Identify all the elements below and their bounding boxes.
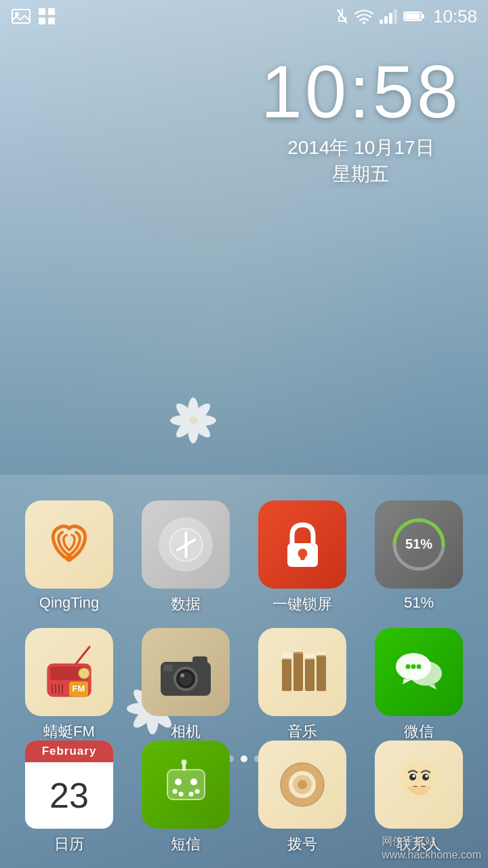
status-bar-left xyxy=(11,7,56,25)
app-grid: QingTing 数据 xyxy=(0,500,488,773)
svg-rect-11 xyxy=(394,9,397,24)
app-calendar[interactable]: February 23 日历 xyxy=(17,741,122,854)
svg-rect-58 xyxy=(282,658,291,691)
svg-rect-61 xyxy=(317,655,326,691)
svg-text:51%: 51% xyxy=(405,536,432,551)
clock-time: 10:58 xyxy=(261,54,461,129)
calendar-day: 23 xyxy=(49,762,89,829)
app-dialer[interactable]: 拨号 xyxy=(250,741,355,854)
app-row-1: QingTing 数据 xyxy=(11,500,477,614)
svg-point-75 xyxy=(172,789,177,794)
app-battery[interactable]: 51% 51% xyxy=(367,500,472,614)
svg-point-90 xyxy=(425,774,428,777)
gallery-icon xyxy=(11,8,31,24)
svg-rect-60 xyxy=(305,658,314,691)
app-music[interactable]: 音乐 xyxy=(250,628,355,742)
svg-rect-4 xyxy=(39,18,45,24)
svg-rect-59 xyxy=(293,652,303,691)
svg-rect-37 xyxy=(300,553,305,560)
grid-icon xyxy=(38,7,56,25)
signal-bars-icon xyxy=(379,9,398,24)
sms-label: 短信 xyxy=(171,834,201,854)
svg-rect-8 xyxy=(380,20,383,24)
status-bar-right: 10:58 xyxy=(336,6,477,27)
wifi-icon xyxy=(354,9,373,24)
app-dragonflyfm[interactable]: FM 蜻蜓FM xyxy=(17,628,122,742)
svg-rect-62 xyxy=(282,652,291,660)
svg-point-88 xyxy=(422,774,429,781)
svg-point-73 xyxy=(175,778,182,785)
app-lockscreen[interactable]: 一键锁屏 xyxy=(250,500,355,614)
svg-point-77 xyxy=(188,792,193,797)
wechat-label: 微信 xyxy=(404,722,434,742)
svg-point-33 xyxy=(66,555,73,561)
svg-rect-64 xyxy=(305,653,314,660)
app-data[interactable]: 数据 xyxy=(134,500,239,614)
app-row-2: FM 蜻蜓FM xyxy=(11,628,477,742)
svg-point-70 xyxy=(416,664,421,669)
camera-label: 相机 xyxy=(171,722,201,742)
svg-rect-14 xyxy=(405,14,420,20)
svg-point-7 xyxy=(363,22,365,24)
music-label: 音乐 xyxy=(287,722,317,742)
wechat-icon xyxy=(375,628,463,716)
svg-point-84 xyxy=(298,780,307,789)
svg-point-74 xyxy=(190,778,197,785)
svg-point-78 xyxy=(195,789,199,794)
watermark: 网侠手机站 www.hackhome.com xyxy=(382,835,481,861)
mute-icon xyxy=(336,7,349,25)
svg-rect-3 xyxy=(48,8,55,15)
music-icon xyxy=(258,628,346,716)
app-camera[interactable]: 相机 xyxy=(134,628,239,742)
status-bar: 10:58 xyxy=(0,0,488,33)
lockscreen-icon xyxy=(258,500,346,589)
svg-point-68 xyxy=(405,664,410,669)
svg-rect-71 xyxy=(167,770,205,800)
fm-label: 蜻蜓FM xyxy=(43,722,95,742)
svg-rect-52 xyxy=(192,656,207,666)
data-icon xyxy=(142,500,230,589)
battery-app-icon: 51% xyxy=(375,500,463,589)
svg-point-69 xyxy=(411,664,415,669)
svg-point-80 xyxy=(181,760,186,765)
dialer-icon xyxy=(258,741,346,829)
clock-date: 2014年 10月17日 星期五 xyxy=(261,134,461,187)
qingting-label: QingTing xyxy=(39,594,99,612)
app-wechat[interactable]: 微信 xyxy=(367,628,472,742)
camera-icon xyxy=(142,628,230,716)
sms-icon xyxy=(142,741,230,829)
fm-icon: FM xyxy=(25,628,113,716)
contacts-icon xyxy=(375,741,463,829)
qingting-icon xyxy=(25,500,113,589)
svg-point-56 xyxy=(180,673,184,677)
dialer-label: 拨号 xyxy=(287,834,317,854)
app-sms[interactable]: 短信 xyxy=(134,741,239,854)
svg-rect-65 xyxy=(317,652,326,656)
svg-rect-10 xyxy=(389,13,392,24)
battery-icon xyxy=(403,10,425,22)
svg-rect-0 xyxy=(12,9,30,23)
app-qingting[interactable]: QingTing xyxy=(17,500,122,614)
svg-point-76 xyxy=(178,792,183,797)
svg-point-87 xyxy=(409,774,416,781)
battery-label: 51% xyxy=(404,594,434,612)
status-time: 10:58 xyxy=(433,6,477,27)
flower-decoration-1 xyxy=(166,393,220,450)
svg-text:FM: FM xyxy=(73,684,85,694)
svg-line-49 xyxy=(76,647,89,664)
svg-rect-2 xyxy=(39,8,45,15)
svg-point-89 xyxy=(412,774,415,777)
svg-rect-5 xyxy=(48,18,55,24)
clock-area: 10:58 2014年 10月17日 星期五 xyxy=(261,54,461,187)
svg-point-50 xyxy=(79,668,89,679)
calendar-icon: February 23 xyxy=(25,741,113,829)
svg-point-1 xyxy=(15,12,19,16)
svg-rect-13 xyxy=(422,14,424,18)
svg-rect-63 xyxy=(293,650,303,654)
svg-rect-9 xyxy=(384,16,388,24)
data-label: 数据 xyxy=(171,594,201,614)
svg-point-23 xyxy=(189,416,197,425)
lockscreen-label: 一键锁屏 xyxy=(272,594,332,614)
calendar-label: 日历 xyxy=(54,834,84,854)
svg-rect-57 xyxy=(163,665,173,671)
